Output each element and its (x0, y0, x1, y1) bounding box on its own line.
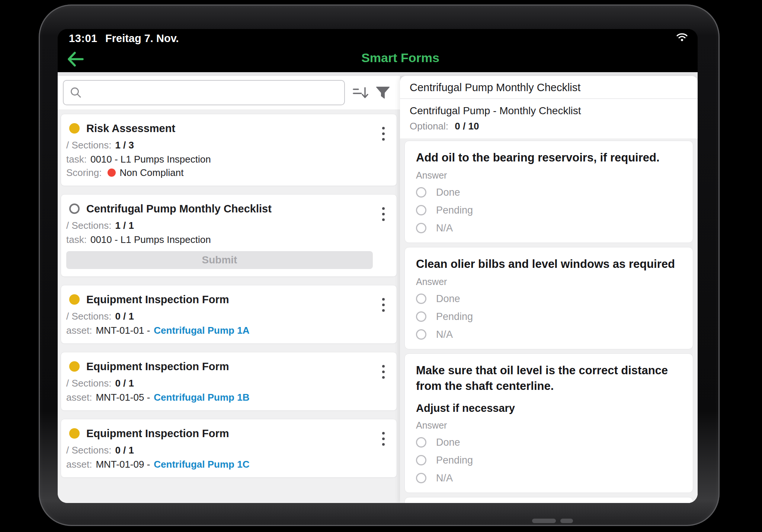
asset-code: MNT-01-09 - (96, 459, 150, 470)
filter-button[interactable] (372, 82, 393, 103)
form-card-header: Equipment Inspection Form (66, 360, 373, 373)
search-input[interactable] (87, 81, 339, 104)
sections-label: / Sections: (66, 220, 111, 231)
radio-option-na[interactable]: N/A (416, 328, 682, 341)
sections-row: / Sections: 0 / 1 (66, 311, 373, 322)
yellow-status-dot (69, 294, 80, 305)
asset-link[interactable]: Centrifugal Pump 1B (154, 392, 249, 403)
radio-circle-icon[interactable] (416, 311, 426, 322)
radio-option-label: Done (436, 187, 460, 198)
search-box[interactable] (63, 80, 345, 105)
form-card-header: Risk Assessment (66, 122, 373, 135)
submit-button[interactable]: Submit (66, 251, 373, 269)
sections-value: 0 / 1 (115, 378, 134, 389)
asset-row: asset: MNT-01-09 - Centrifugal Pump 1C (66, 459, 373, 470)
sections-row: / Sections: 1 / 1 (66, 220, 373, 231)
sections-value: 1 / 1 (115, 220, 134, 231)
search-toolbar (58, 76, 400, 109)
answer-label: Answer (416, 420, 682, 431)
task-row: task: 0010 - L1 Pumps Inspection (66, 154, 373, 165)
sections-label: / Sections: (66, 140, 111, 151)
sections-value: 0 / 1 (115, 311, 134, 322)
radio-option-pending[interactable]: Pending (416, 204, 682, 217)
question-card: Make sure that oil level is the correct … (404, 353, 693, 493)
scoring-value: Non Compliant (119, 167, 183, 178)
form-card-centrifugal-pump-checklist[interactable]: Centrifugal Pump Monthly Checklist / Sec… (61, 194, 397, 277)
sort-button[interactable] (350, 82, 371, 103)
asset-link[interactable]: Centrifugal Pump 1C (154, 459, 249, 470)
status-date: Freitag 7. Nov. (105, 32, 179, 45)
task-row: task: 0010 - L1 Pumps Inspection (66, 234, 373, 245)
radio-option-done[interactable]: Done (416, 436, 682, 449)
optional-label: Optional: (410, 121, 448, 132)
questions-list: Add oil to the bearing reservoirs, if re… (400, 138, 698, 503)
asset-code: MNT-01-05 - (96, 392, 150, 403)
radio-circle-icon[interactable] (416, 223, 426, 233)
radio-option-na[interactable]: N/A (416, 472, 682, 484)
kebab-menu-button[interactable] (377, 123, 390, 144)
radio-circle-icon[interactable] (416, 473, 426, 483)
kebab-menu-button[interactable] (377, 294, 390, 315)
radio-option-label: Pending (436, 455, 473, 466)
question-title: Make sure that oil level is the correct … (416, 363, 682, 394)
page-background: 13:01 Freitag 7. Nov. Smart Fo (0, 0, 762, 532)
yellow-status-dot (69, 361, 80, 372)
radio-option-pending[interactable]: Pending (416, 454, 682, 467)
radio-circle-icon[interactable] (416, 437, 426, 448)
form-card-risk-assessment[interactable]: Risk Assessment / Sections: 1 / 3 task: … (61, 114, 397, 186)
form-card-header: Equipment Inspection Form (66, 427, 373, 440)
radio-circle-icon[interactable] (416, 187, 426, 198)
sections-label: / Sections: (66, 311, 111, 322)
funnel-icon (375, 86, 390, 99)
radio-circle-icon[interactable] (416, 205, 426, 215)
asset-row: asset: MNT-01-01 - Centrifugal Pump 1A (66, 325, 373, 336)
screen: 13:01 Freitag 7. Nov. Smart Fo (58, 29, 698, 503)
answer-label: Answer (416, 276, 682, 287)
form-card-equipment-inspection-1b[interactable]: Equipment Inspection Form / Sections: 0 … (61, 352, 397, 411)
task-label: task: (66, 154, 87, 165)
asset-label: asset: (66, 392, 92, 403)
form-title: Equipment Inspection Form (86, 360, 229, 373)
form-card-equipment-inspection-1a[interactable]: Equipment Inspection Form / Sections: 0 … (61, 285, 397, 344)
sections-row: / Sections: 1 / 3 (66, 140, 373, 151)
radio-option-na[interactable]: N/A (416, 222, 682, 234)
radio-option-pending[interactable]: Pending (416, 310, 682, 323)
radio-circle-icon[interactable] (416, 329, 426, 340)
yellow-status-dot (69, 428, 80, 439)
kebab-menu-button[interactable] (377, 428, 390, 449)
sections-value: 1 / 3 (115, 140, 134, 151)
question-title: Add oil to the bearing reservoirs, if re… (416, 150, 682, 166)
kebab-menu-button[interactable] (377, 203, 390, 224)
radio-circle-icon[interactable] (416, 455, 426, 465)
radio-option-label: Pending (436, 311, 473, 323)
radio-option-done[interactable]: Done (416, 186, 682, 199)
radio-option-done[interactable]: Done (416, 292, 682, 305)
red-status-dot (108, 169, 116, 177)
detail-subtitle: Centrifugal Pump - Monthly Checklist (410, 105, 688, 117)
arrow-left-icon (66, 51, 85, 68)
asset-row: asset: MNT-01-05 - Centrifugal Pump 1B (66, 392, 373, 403)
form-detail-panel: Centrifugal Pump Monthly Checklist Centr… (400, 76, 698, 503)
page-title: Smart Forms (361, 51, 439, 65)
task-value: 0010 - L1 Pumps Inspection (90, 234, 211, 245)
asset-link[interactable]: Centrifugal Pump 1A (154, 325, 249, 336)
forms-list-panel: Risk Assessment / Sections: 1 / 3 task: … (58, 72, 400, 503)
app-content: Risk Assessment / Sections: 1 / 3 task: … (58, 72, 698, 503)
form-card-header: Centrifugal Pump Monthly Checklist (66, 202, 373, 215)
back-button[interactable] (66, 51, 85, 68)
radio-circle-icon[interactable] (416, 294, 426, 304)
form-title: Equipment Inspection Form (86, 294, 229, 306)
radio-option-label: N/A (436, 329, 453, 340)
device-frame: 13:01 Freitag 7. Nov. Smart Fo (39, 4, 720, 526)
task-value: 0010 - L1 Pumps Inspection (90, 154, 211, 165)
status-time: 13:01 (69, 32, 97, 45)
radio-option-label: Done (436, 437, 460, 448)
scoring-row: Scoring: Non Compliant (66, 167, 373, 178)
radio-option-label: N/A (436, 472, 453, 484)
form-card-equipment-inspection-1c[interactable]: Equipment Inspection Form / Sections: 0 … (61, 419, 397, 478)
kebab-menu-button[interactable] (377, 361, 390, 382)
sort-descending-icon (352, 86, 369, 100)
frame-connector-tab (560, 519, 573, 523)
form-title: Equipment Inspection Form (86, 427, 229, 440)
sections-label: / Sections: (66, 378, 111, 389)
